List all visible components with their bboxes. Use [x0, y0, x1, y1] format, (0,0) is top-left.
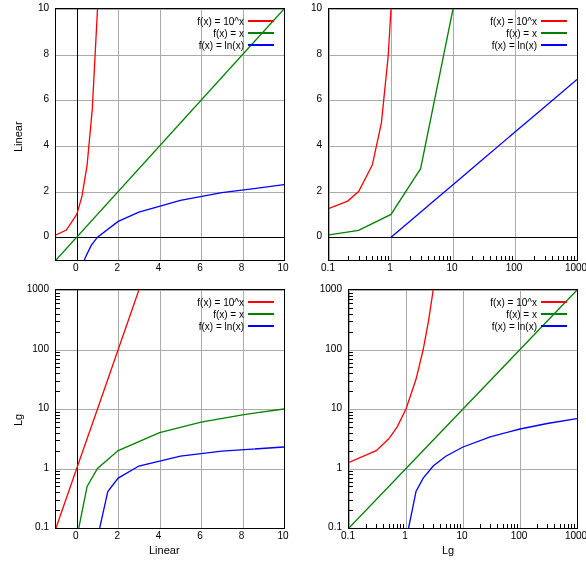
legend-label: f(x) = x	[506, 28, 537, 39]
x-tick-label: 1	[385, 530, 425, 541]
x-tick-label: 1	[370, 262, 410, 273]
legend-label: f(x) = ln(x)	[199, 321, 244, 332]
legend-swatch	[248, 301, 274, 303]
y-tick-label: 4	[293, 139, 322, 150]
y-tick-label: 0	[0, 230, 49, 241]
legend-swatch	[248, 44, 274, 46]
x-tick-label: 6	[180, 262, 220, 273]
legend-item: f(x) = x	[490, 308, 567, 320]
y-tick-label: 4	[0, 139, 49, 150]
x-tick-label: 100	[494, 262, 534, 273]
y-tick-label: 100	[293, 343, 342, 354]
y-tick-label: 100	[0, 343, 49, 354]
x-tick-label: 10	[432, 262, 472, 273]
x-tick-label: 8	[222, 262, 262, 273]
plot-area: f(x) = 10^xf(x) = xf(x) = ln(x)	[55, 8, 285, 261]
x-tick-label: 0	[56, 530, 96, 541]
legend-swatch	[248, 32, 274, 34]
chart-bottom-right: f(x) = 10^xf(x) = xf(x) = ln(x)0.1110100…	[293, 281, 586, 562]
x-tick-label: 4	[139, 530, 179, 541]
series-f(x) = 10^x	[56, 290, 139, 528]
x-tick-label: 2	[97, 262, 137, 273]
legend-label: f(x) = x	[506, 309, 537, 320]
legend-item: f(x) = 10^x	[197, 15, 274, 27]
legend-label: f(x) = ln(x)	[492, 40, 537, 51]
x-tick-label: 1000	[556, 530, 586, 541]
y-tick-label: 1000	[0, 283, 49, 294]
y-tick-label: 1	[0, 462, 49, 473]
legend-label: f(x) = ln(x)	[492, 321, 537, 332]
x-tick-label: 8	[222, 530, 262, 541]
series-f(x) = ln(x)	[78, 185, 284, 260]
legend-label: f(x) = 10^x	[197, 16, 244, 27]
y-tick-label: 6	[0, 93, 49, 104]
legend-item: f(x) = x	[197, 308, 274, 320]
legend-swatch	[541, 32, 567, 34]
y-tick-label: 0.1	[0, 521, 49, 532]
legend-swatch	[541, 20, 567, 22]
legend-swatch	[541, 313, 567, 315]
legend-swatch	[248, 325, 274, 327]
legend-label: f(x) = 10^x	[490, 16, 537, 27]
y-tick-label: 2	[0, 185, 49, 196]
legend-swatch	[541, 325, 567, 327]
y-tick-label: 8	[0, 48, 49, 59]
y-tick-label: 10	[293, 2, 322, 13]
y-tick-label: 10	[0, 402, 49, 413]
legend-label: f(x) = ln(x)	[199, 40, 244, 51]
legend: f(x) = 10^xf(x) = xf(x) = ln(x)	[486, 13, 571, 53]
y-tick-label: 0.1	[293, 521, 342, 532]
y-tick-label: 8	[293, 48, 322, 59]
legend-item: f(x) = x	[197, 27, 274, 39]
series-f(x) = ln(x)	[100, 447, 284, 528]
legend-swatch	[541, 44, 567, 46]
legend-label: f(x) = 10^x	[197, 297, 244, 308]
x-tick-label: 0	[56, 262, 96, 273]
x-tick-label: 2	[97, 530, 137, 541]
series-f(x) = 10^x	[329, 9, 391, 208]
chart-grid: f(x) = 10^xf(x) = xf(x) = ln(x)024681002…	[0, 0, 586, 562]
chart-top-left: f(x) = 10^xf(x) = xf(x) = ln(x)024681002…	[0, 0, 293, 281]
y-tick-label: 0	[293, 230, 322, 241]
legend: f(x) = 10^xf(x) = xf(x) = ln(x)	[193, 294, 278, 334]
series-f(x) = ln(x)	[409, 419, 577, 528]
y-tick-label: 1	[293, 462, 342, 473]
x-tick-label: 100	[499, 530, 539, 541]
legend: f(x) = 10^xf(x) = xf(x) = ln(x)	[486, 294, 571, 334]
plot-area: f(x) = 10^xf(x) = xf(x) = ln(x)	[348, 289, 578, 529]
legend-item: f(x) = ln(x)	[197, 39, 274, 51]
x-tick-label: 0.1	[308, 262, 348, 273]
legend-item: f(x) = 10^x	[490, 15, 567, 27]
legend-item: f(x) = ln(x)	[197, 320, 274, 332]
x-tick-label: 10	[442, 530, 482, 541]
chart-bottom-left: f(x) = 10^xf(x) = xf(x) = ln(x)02468100.…	[0, 281, 293, 562]
y-tick-label: 10	[293, 402, 342, 413]
y-axis-label: Lg	[12, 414, 24, 426]
y-tick-label: 10	[0, 2, 49, 13]
x-tick-label: 1000	[556, 262, 586, 273]
legend-swatch	[541, 301, 567, 303]
series-f(x) = ln(x)	[391, 80, 577, 238]
plot-area: f(x) = 10^xf(x) = xf(x) = ln(x)	[328, 8, 578, 261]
legend-label: f(x) = x	[213, 28, 244, 39]
y-axis-label: Linear	[12, 121, 24, 152]
legend-item: f(x) = 10^x	[197, 296, 274, 308]
legend-item: f(x) = x	[490, 27, 567, 39]
legend-item: f(x) = ln(x)	[490, 320, 567, 332]
plot-area: f(x) = 10^xf(x) = xf(x) = ln(x)	[55, 289, 285, 529]
legend-swatch	[248, 20, 274, 22]
legend: f(x) = 10^xf(x) = xf(x) = ln(x)	[193, 13, 278, 53]
y-tick-label: 6	[293, 93, 322, 104]
series-f(x) = x	[79, 409, 284, 528]
legend-label: f(x) = 10^x	[490, 297, 537, 308]
legend-item: f(x) = ln(x)	[490, 39, 567, 51]
chart-top-right: f(x) = 10^xf(x) = xf(x) = ln(x)0.1110100…	[293, 0, 586, 281]
series-f(x) = 10^x	[56, 9, 98, 235]
x-axis-label: Linear	[149, 544, 180, 556]
legend-swatch	[248, 313, 274, 315]
series-f(x) = 10^x	[349, 290, 433, 463]
y-tick-label: 2	[293, 185, 322, 196]
x-tick-label: 4	[139, 262, 179, 273]
x-axis-label: Lg	[442, 544, 454, 556]
legend-item: f(x) = 10^x	[490, 296, 567, 308]
